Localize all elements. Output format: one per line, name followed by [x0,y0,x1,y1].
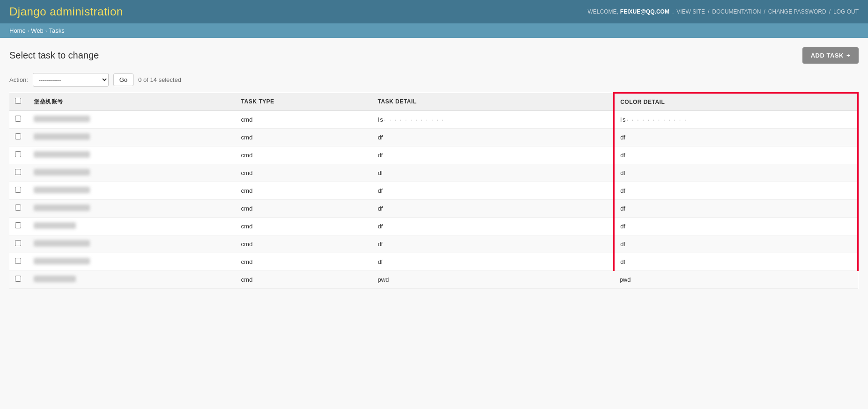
main-content: Select task to change ADD TASK + Action:… [0,38,868,298]
table-row: cmd df df [9,235,858,253]
td-color-detail-1: ls· · · · · · · · · · · · [614,110,858,128]
breadcrumb-web[interactable]: Web [31,27,44,34]
row-checkbox-1[interactable] [15,116,21,122]
table-row: cmd df df [9,253,858,270]
td-check-5 [9,182,28,199]
td-task-type-9: cmd [236,253,372,270]
add-task-label: ADD TASK [811,52,844,59]
table-body: cmd ls· · · · · · · · · · · · ls· · · · … [9,110,858,288]
td-check-10 [9,270,28,288]
breadcrumb-chevron-1: › [28,28,30,34]
select-all-checkbox[interactable] [15,98,21,104]
td-task-detail-7: df [372,217,614,235]
breadcrumb-tasks: Tasks [49,27,65,34]
td-color-detail-2: df [614,128,858,146]
td-check-1 [9,110,28,128]
td-color-detail-5: df [614,182,858,199]
th-task-detail: TASK DETAIL [372,93,614,111]
row-checkbox-9[interactable] [15,258,21,264]
td-task-type-3: cmd [236,146,372,164]
table-head: 堡垒机账号 TASK TYPE TASK DETAIL COLOR DETAIL [9,93,858,111]
welcome-prefix: WELCOME, [588,8,618,15]
tasks-table: 堡垒机账号 TASK TYPE TASK DETAIL COLOR DETAIL… [9,92,859,289]
td-color-detail-8: df [614,235,858,253]
td-task-detail-8: df [372,235,614,253]
username: FEIXUE@QQ.COM [620,8,669,15]
th-task-type: TASK TYPE [236,93,372,111]
td-check-3 [9,146,28,164]
view-site-link[interactable]: VIEW SITE [676,8,705,15]
td-task-detail-2: df [372,128,614,146]
change-password-link[interactable]: CHANGE PASSWORD [768,8,826,15]
add-task-plus-icon: + [846,52,850,59]
td-task-type-2: cmd [236,128,372,146]
td-account-6 [28,199,236,217]
log-out-link[interactable]: LOG OUT [833,8,859,15]
header: Django administration WELCOME, FEIXUE@QQ… [0,0,868,23]
th-account: 堡垒机账号 [28,93,236,111]
td-color-detail-7: df [614,217,858,235]
td-account-9 [28,253,236,270]
td-account-3 [28,146,236,164]
td-task-detail-9: df [372,253,614,270]
action-label: Action: [9,76,28,83]
td-account-7 [28,217,236,235]
table-row: cmd df df [9,199,858,217]
table-row: cmd df df [9,164,858,182]
table-row: cmd df df [9,146,858,164]
table-row: cmd df df [9,182,858,199]
th-color-detail: COLOR DETAIL [614,93,858,111]
td-check-4 [9,164,28,182]
td-account-10 [28,270,236,288]
row-checkbox-7[interactable] [15,222,21,228]
breadcrumb: Home › Web › Tasks [0,23,868,38]
documentation-link[interactable]: DOCUMENTATION [712,8,761,15]
row-checkbox-3[interactable] [15,151,21,157]
td-color-detail-6: df [614,199,858,217]
row-checkbox-6[interactable] [15,204,21,211]
row-checkbox-8[interactable] [15,240,21,246]
td-color-detail-4: df [614,164,858,182]
td-account-8 [28,235,236,253]
td-task-detail-10: pwd [372,270,614,288]
action-go-button[interactable]: Go [113,73,134,86]
add-task-button[interactable]: ADD TASK + [802,47,859,64]
td-check-9 [9,253,28,270]
td-account-2 [28,128,236,146]
breadcrumb-home[interactable]: Home [9,27,26,34]
row-checkbox-4[interactable] [15,169,21,175]
td-check-7 [9,217,28,235]
td-task-detail-4: df [372,164,614,182]
header-nav: WELCOME, FEIXUE@QQ.COM . VIEW SITE / DOC… [588,8,859,15]
td-task-type-4: cmd [236,164,372,182]
table-row: cmd ls· · · · · · · · · · · · ls· · · · … [9,110,858,128]
page-header-row: Select task to change ADD TASK + [9,47,859,64]
td-task-type-10: cmd [236,270,372,288]
td-task-type-6: cmd [236,199,372,217]
td-color-detail-3: df [614,146,858,164]
td-task-type-8: cmd [236,235,372,253]
td-task-detail-1: ls· · · · · · · · · · · · [372,110,614,128]
row-checkbox-2[interactable] [15,133,21,139]
page-title: Select task to change [9,50,99,61]
td-check-6 [9,199,28,217]
row-checkbox-10[interactable] [15,276,21,282]
td-task-type-1: cmd [236,110,372,128]
td-check-8 [9,235,28,253]
table-row: cmd pwd pwd [9,270,858,288]
td-task-detail-5: df [372,182,614,199]
table-header-row: 堡垒机账号 TASK TYPE TASK DETAIL COLOR DETAIL [9,93,858,111]
selected-count: 0 of 14 selected [138,76,181,83]
action-select[interactable]: ----------- Delete selected tasks [33,73,109,87]
td-check-2 [9,128,28,146]
td-account-5 [28,182,236,199]
td-task-detail-3: df [372,146,614,164]
td-task-detail-6: df [372,199,614,217]
td-account-4 [28,164,236,182]
action-bar: Action: ----------- Delete selected task… [9,73,859,87]
row-checkbox-5[interactable] [15,187,21,193]
td-color-detail-10: pwd [614,270,858,288]
th-check [9,93,28,111]
td-task-type-7: cmd [236,217,372,235]
td-color-detail-9: df [614,253,858,270]
